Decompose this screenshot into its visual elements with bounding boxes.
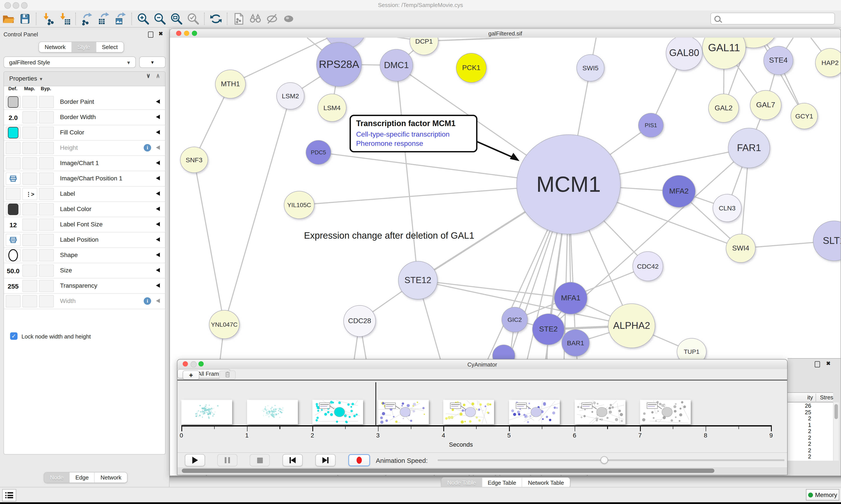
network-node-cdc42[interactable]: CDC42 [632, 251, 663, 281]
network-node-cln3[interactable]: CLN3 [713, 194, 741, 222]
table-row[interactable]: 2 [788, 447, 833, 453]
table-row[interactable]: 2 [788, 453, 833, 460]
network-node-dmc1[interactable]: DMC1 [380, 49, 413, 82]
table-header[interactable]: ity Stres [788, 392, 833, 402]
expand-all-icon[interactable]: ∨∨ [146, 74, 150, 78]
network-node-swi4[interactable]: SWI4 [726, 234, 756, 263]
network-node-mfa1[interactable]: MFA1 [554, 282, 587, 314]
property-byp-cell[interactable] [39, 111, 54, 124]
tab-node[interactable]: Node [44, 472, 69, 483]
network-node-cdc28[interactable]: CDC28 [343, 305, 376, 337]
collapse-property-icon[interactable] [156, 191, 160, 196]
pause-button[interactable] [217, 454, 237, 466]
property-def-cell[interactable]: 50.0 [6, 265, 21, 277]
property-map-cell[interactable] [22, 142, 37, 154]
open-file-icon[interactable] [1, 12, 16, 26]
close-panel-icon[interactable]: ✖ [159, 31, 163, 37]
property-byp-cell[interactable] [39, 218, 54, 231]
network-node-ynl047c[interactable]: YNL047C [209, 310, 239, 339]
network-node-gal7[interactable]: GAL7 [750, 90, 782, 120]
property-map-cell[interactable] [22, 157, 37, 169]
collapse-property-icon[interactable] [156, 145, 160, 150]
network-node-pdc5[interactable]: PDC5 [306, 140, 331, 165]
timeline-scrollbar[interactable] [177, 467, 787, 474]
collapse-property-icon[interactable] [156, 130, 160, 134]
network-node-far1[interactable]: FAR1 [728, 128, 770, 168]
property-map-cell[interactable] [22, 127, 37, 139]
table-rows[interactable]: 26252122222 [788, 402, 833, 461]
property-byp-cell[interactable] [39, 188, 54, 200]
info-icon[interactable]: i [144, 144, 151, 151]
search-network-icon[interactable] [248, 12, 263, 26]
property-byp-cell[interactable] [39, 157, 54, 169]
memory-button[interactable]: Memory [806, 489, 839, 501]
close-table-icon[interactable]: ✖ [826, 360, 830, 366]
float-table-icon[interactable] [815, 361, 820, 367]
property-def-cell[interactable] [6, 157, 21, 169]
zoom-in-icon[interactable] [136, 12, 151, 26]
record-button[interactable] [348, 454, 370, 466]
property-map-cell[interactable] [22, 249, 37, 262]
network-file-icon[interactable] [231, 12, 246, 26]
lock-size-checkbox[interactable]: ✓ [10, 332, 18, 340]
collapse-property-icon[interactable] [156, 253, 160, 257]
frame-thumbnail-2[interactable] [312, 400, 363, 424]
property-def-cell[interactable] [6, 295, 21, 307]
zoom-out-icon[interactable] [153, 12, 167, 26]
table-scrollbar[interactable] [833, 402, 839, 461]
collapse-property-icon[interactable] [156, 283, 160, 288]
tab-network[interactable]: Network [39, 42, 71, 52]
network-node-pis1[interactable]: PIS1 [638, 113, 664, 138]
property-map-cell[interactable] [22, 295, 37, 307]
tab-select[interactable]: Select [96, 42, 123, 52]
timeline[interactable]: 0123456789 Seconds [177, 380, 787, 452]
export-image-icon[interactable] [113, 12, 128, 26]
tab-style[interactable]: Style [71, 42, 96, 52]
zoom-fit-icon[interactable] [169, 12, 184, 26]
property-byp-cell[interactable] [39, 203, 54, 215]
property-map-cell[interactable] [22, 265, 37, 277]
playhead[interactable] [375, 382, 376, 426]
property-byp-cell[interactable] [39, 127, 54, 139]
network-node-alpha2[interactable]: ALPHA2 [608, 303, 655, 348]
network-node-yil105c[interactable]: YIL105C [284, 191, 315, 219]
collapse-all-icon[interactable]: ∧∧ [156, 74, 160, 78]
table-row[interactable]: 2 [788, 440, 833, 447]
tab-edge-table[interactable]: Edge Table [482, 478, 522, 488]
property-map-cell[interactable] [22, 203, 37, 215]
property-byp-cell[interactable] [39, 173, 54, 185]
frame-thumbnail-4[interactable] [444, 400, 494, 424]
network-node-ste12[interactable]: STE12 [398, 261, 437, 300]
network-node-ste4[interactable]: STE4 [764, 46, 793, 75]
scrollbar-thumb[interactable] [182, 469, 714, 473]
property-def-cell[interactable] [6, 203, 21, 215]
export-network-icon[interactable] [80, 12, 95, 26]
refresh-layout-icon[interactable] [209, 12, 223, 26]
property-def-cell[interactable] [6, 173, 21, 185]
network-node-lsm2[interactable]: LSM2 [276, 82, 304, 109]
property-byp-cell[interactable] [39, 234, 54, 246]
network-node-ste2[interactable]: STE2 [532, 313, 565, 345]
tab-network[interactable]: Network [94, 472, 127, 483]
network-node-gic2[interactable]: GIC2 [502, 307, 528, 332]
property-def-cell[interactable] [6, 234, 21, 246]
property-byp-cell[interactable] [39, 295, 54, 307]
property-def-cell[interactable] [6, 127, 21, 139]
property-map-cell[interactable] [22, 96, 37, 108]
property-byp-cell[interactable] [39, 265, 54, 277]
property-map-cell[interactable] [22, 280, 37, 292]
delete-frame-button[interactable] [219, 371, 236, 380]
frame-thumbnail-3[interactable] [378, 400, 429, 424]
play-button[interactable] [185, 454, 205, 466]
property-byp-cell[interactable] [39, 249, 54, 262]
style-selector[interactable]: galFiltered Style▼ [3, 56, 136, 68]
collapse-property-icon[interactable] [156, 299, 160, 303]
export-table-icon[interactable] [96, 12, 111, 26]
table-row[interactable]: 2 [788, 428, 833, 434]
property-def-cell[interactable]: 255 [6, 280, 21, 292]
network-node-snf3[interactable]: SNF3 [180, 147, 208, 173]
network-node-rps28a[interactable]: RPS28A [316, 42, 362, 87]
float-panel-icon[interactable] [148, 32, 153, 38]
collapse-property-icon[interactable] [156, 207, 160, 211]
property-map-cell[interactable] [22, 173, 37, 185]
